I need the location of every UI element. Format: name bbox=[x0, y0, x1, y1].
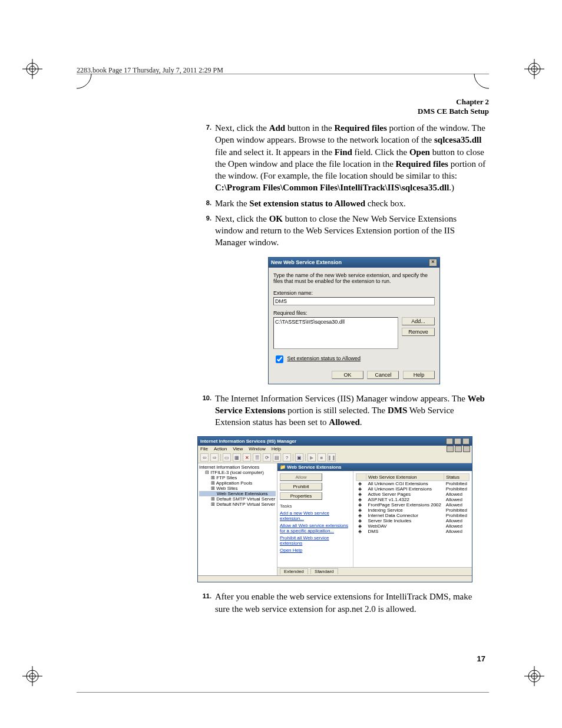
tree-websites[interactable]: ⊞ Web Sites bbox=[199, 486, 276, 491]
maximize-icon[interactable] bbox=[454, 438, 461, 444]
table-row[interactable]: ◈All Unknown CGI ExtensionsProhibited bbox=[356, 481, 470, 487]
link-allow-all[interactable]: Allow all Web service extensions for a s… bbox=[280, 523, 351, 533]
tree-ftp[interactable]: ⊞ FTP Sites bbox=[199, 475, 276, 480]
extension-name-input[interactable] bbox=[273, 297, 435, 305]
row-status: Prohibited bbox=[444, 508, 470, 513]
row-icon: ◈ bbox=[356, 508, 366, 513]
allowed-checkbox-label[interactable]: Set extension status to Allowed bbox=[273, 355, 361, 361]
add-button[interactable]: Add... bbox=[402, 317, 435, 325]
play-icon[interactable]: ▶ bbox=[308, 453, 316, 462]
table-row[interactable]: ◈DMSAllowed bbox=[356, 529, 470, 534]
col-icon[interactable] bbox=[356, 474, 366, 481]
toolbar: ⇦ ⇨ ▭ ▦ ✕ ☰ ⟳ ▤ ? ▣ ▶ ■ ❚❚ bbox=[198, 452, 472, 463]
row-status: Allowed bbox=[444, 492, 470, 497]
dialog-description: Type the name of the new Web service ext… bbox=[273, 272, 435, 284]
help-button[interactable]: Help bbox=[403, 371, 435, 379]
menu-window[interactable]: Window bbox=[249, 446, 265, 452]
row-status: Prohibited bbox=[444, 481, 470, 487]
properties-button[interactable]: Properties bbox=[280, 492, 322, 500]
tree-apppools[interactable]: ⊞ Application Pools bbox=[199, 480, 276, 486]
forward-icon[interactable]: ⇨ bbox=[210, 453, 219, 462]
computer-icon[interactable]: ▣ bbox=[295, 453, 303, 462]
child-minimize-icon[interactable] bbox=[447, 446, 454, 452]
table-row[interactable]: ◈Indexing ServiceProhibited bbox=[356, 508, 470, 513]
registration-mark-bl bbox=[22, 666, 42, 686]
iis-manager-window: Internet Information Services (IIS) Mana… bbox=[197, 436, 472, 582]
tasks-label: Tasks bbox=[280, 503, 351, 509]
tab-standard[interactable]: Standard bbox=[310, 568, 338, 574]
page-number: 17 bbox=[477, 654, 485, 663]
tree-nntp[interactable]: ⊞ Default NNTP Virtual Server bbox=[199, 502, 276, 507]
link-prohibit-all[interactable]: Prohibit all Web service extensions bbox=[280, 535, 351, 546]
running-head: 2283.book Page 17 Thursday, July 7, 2011… bbox=[77, 66, 489, 75]
tree-server[interactable]: ⊟ ITFILE-3 (local computer) bbox=[199, 470, 276, 475]
table-row[interactable]: ◈All Unknown ISAPI ExtensionsProhibited bbox=[356, 486, 470, 492]
tree-smtp[interactable]: ⊞ Default SMTP Virtual Server bbox=[199, 496, 276, 502]
row-icon: ◈ bbox=[356, 492, 366, 497]
menu-file[interactable]: File bbox=[200, 446, 208, 452]
menu-help[interactable]: Help bbox=[272, 446, 281, 452]
child-restore-icon[interactable] bbox=[455, 446, 462, 452]
cancel-button[interactable]: Cancel bbox=[367, 371, 399, 379]
close-icon[interactable] bbox=[462, 438, 470, 444]
row-name: Internet Data Connector bbox=[366, 513, 444, 518]
row-name: FrontPage Server Extensions 2002 bbox=[366, 502, 444, 508]
allow-button[interactable]: Allow bbox=[280, 473, 322, 481]
child-close-icon[interactable] bbox=[463, 446, 470, 452]
required-files-list[interactable]: C:\TASSETS\IIS\sqcesa30.dll bbox=[273, 317, 398, 349]
chapter-title: DMS CE Batch Setup bbox=[77, 107, 489, 116]
row-icon: ◈ bbox=[356, 518, 366, 523]
row-status: Allowed bbox=[444, 497, 470, 502]
properties-icon[interactable]: ☰ bbox=[253, 453, 261, 462]
grid-icon[interactable]: ▦ bbox=[233, 453, 241, 462]
step-8-number: 8. bbox=[197, 197, 215, 209]
allowed-checkbox[interactable] bbox=[276, 355, 283, 363]
delete-icon[interactable]: ✕ bbox=[243, 453, 251, 462]
prohibit-button[interactable]: Prohibit bbox=[280, 483, 322, 490]
back-icon[interactable]: ⇦ bbox=[200, 453, 209, 462]
col-extension[interactable]: Web Service Extension bbox=[366, 474, 444, 481]
tree-view[interactable]: Internet Information Services ⊟ ITFILE-3… bbox=[198, 463, 277, 575]
dialog-title: New Web Service Extension bbox=[271, 259, 342, 265]
link-add-extension[interactable]: Add a new Web service extension... bbox=[280, 510, 351, 521]
row-name: DMS bbox=[366, 529, 444, 534]
row-status: Allowed bbox=[444, 529, 470, 534]
extensions-table: Web Service Extension Status ◈All Unknow… bbox=[356, 473, 470, 534]
step-7-text: Next, click the Add button in the Requir… bbox=[215, 122, 486, 194]
tree-root[interactable]: Internet Information Services bbox=[199, 465, 276, 470]
remove-button[interactable]: Remove bbox=[402, 328, 435, 336]
table-row[interactable]: ◈Internet Data ConnectorProhibited bbox=[356, 513, 470, 518]
menu-view[interactable]: View bbox=[233, 446, 243, 452]
stop-icon[interactable]: ■ bbox=[318, 453, 326, 462]
close-icon[interactable]: × bbox=[429, 259, 437, 266]
table-row[interactable]: ◈Active Server PagesAllowed bbox=[356, 492, 470, 497]
step-11-text: After you enable the web service extensi… bbox=[215, 591, 486, 615]
refresh-icon[interactable]: ⟳ bbox=[263, 453, 271, 462]
menu-action[interactable]: Action bbox=[214, 446, 227, 452]
export-icon[interactable]: ▤ bbox=[273, 453, 281, 462]
required-file-item[interactable]: C:\TASSETS\IIS\sqcesa30.dll bbox=[275, 319, 396, 325]
status-bar bbox=[198, 575, 472, 582]
row-name: All Unknown ISAPI Extensions bbox=[366, 486, 444, 492]
row-status: Allowed bbox=[444, 523, 470, 529]
folder-icon[interactable]: ▭ bbox=[223, 453, 231, 462]
table-row[interactable]: ◈FrontPage Server Extensions 2002Allowed bbox=[356, 502, 470, 508]
col-status[interactable]: Status bbox=[444, 474, 470, 481]
link-open-help[interactable]: Open Help bbox=[280, 548, 351, 553]
step-9-number: 9. bbox=[197, 213, 215, 249]
tab-extended[interactable]: Extended bbox=[280, 568, 308, 574]
table-row[interactable]: ◈WebDAVAllowed bbox=[356, 523, 470, 529]
step-8-text: Mark the Set extension status to Allowed… bbox=[215, 197, 486, 209]
table-row[interactable]: ◈ASP.NET v1.1.4322Allowed bbox=[356, 497, 470, 502]
step-10-text: The Internet Information Services (IIS) … bbox=[215, 393, 486, 429]
ok-button[interactable]: OK bbox=[332, 371, 363, 379]
row-name: Server Side Includes bbox=[366, 518, 444, 523]
tree-web-service-extensions[interactable]: Web Service Extensions bbox=[199, 491, 276, 496]
row-status: Prohibited bbox=[444, 486, 470, 492]
help-icon[interactable]: ? bbox=[283, 453, 291, 462]
pause-icon[interactable]: ❚❚ bbox=[328, 453, 336, 462]
table-row[interactable]: ◈Server Side IncludesAllowed bbox=[356, 518, 470, 523]
row-icon: ◈ bbox=[356, 497, 366, 502]
step-10-number: 10. bbox=[197, 393, 215, 429]
minimize-icon[interactable] bbox=[446, 438, 453, 444]
